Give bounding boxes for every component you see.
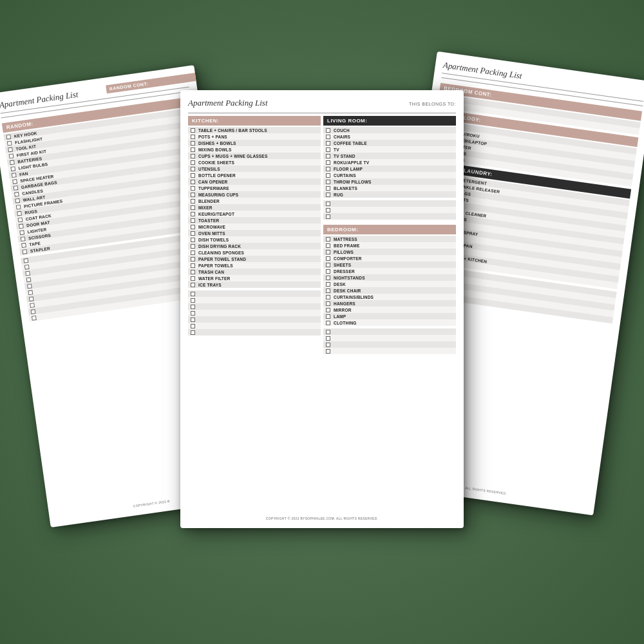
list-item: DESK bbox=[323, 281, 456, 287]
bedroom-empty bbox=[323, 328, 456, 354]
bedroom-list: MATTRESS BED FRAME PILLOWS COMFORTER SHE… bbox=[323, 236, 456, 326]
list-item: NIGHTSTANDS bbox=[323, 274, 456, 281]
list-item: MEASURING CUPS bbox=[188, 191, 321, 198]
list-item: COFFEE TABLE bbox=[323, 140, 456, 146]
living-room-empty bbox=[323, 200, 456, 220]
list-item bbox=[188, 316, 321, 323]
list-item bbox=[323, 335, 456, 341]
list-item: RUG bbox=[323, 191, 456, 198]
list-item: BLANKETS bbox=[323, 185, 456, 191]
list-item bbox=[188, 290, 321, 297]
list-item: CUPS + MUGS + WINE GLASSES bbox=[188, 153, 321, 159]
list-item: COMFORTER bbox=[323, 255, 456, 261]
list-item: MIXING BOWLS bbox=[188, 146, 321, 153]
list-item: TOASTER bbox=[188, 217, 321, 223]
list-item: CURTAINS bbox=[323, 172, 456, 178]
living-room-list: COUCH CHAIRS COFFEE TABLE TV TV STAND RO… bbox=[323, 127, 456, 198]
bedroom-header: BEDROOM: bbox=[323, 225, 456, 234]
list-item: HANGERS bbox=[323, 300, 456, 307]
center-card-title: Apartment Packing List bbox=[188, 98, 268, 108]
living-room-header: LIVING ROOM: bbox=[323, 116, 456, 126]
list-item: ROKU/APPLE TV bbox=[323, 159, 456, 166]
list-item: BOTTLE OPENER bbox=[188, 172, 321, 178]
list-item bbox=[188, 323, 321, 329]
list-item: TRASH CAN bbox=[188, 269, 321, 275]
list-item: COUCH bbox=[323, 127, 456, 133]
list-item: OVEN MITTS bbox=[188, 230, 321, 236]
list-item: CLEANING SPONGES bbox=[188, 249, 321, 256]
list-item: SHEETS bbox=[323, 261, 456, 268]
list-item: CLOTHING bbox=[323, 319, 456, 326]
kitchen-header: KITCHEN: bbox=[188, 116, 321, 126]
list-item: UTENSILS bbox=[188, 166, 321, 172]
list-item: MIXER bbox=[188, 204, 321, 211]
list-item: CHAIRS bbox=[323, 133, 456, 140]
list-item bbox=[188, 329, 321, 336]
list-item: DRESSER bbox=[323, 268, 456, 274]
list-item: TV bbox=[323, 146, 456, 153]
belongs-to-label: THIS BELONGS TO: bbox=[409, 102, 456, 106]
list-item: CAN OPENER bbox=[188, 178, 321, 185]
list-item: TABLE + CHAIRS / BAR STOOLS bbox=[188, 127, 321, 133]
list-item: POTS + PANS bbox=[188, 133, 321, 140]
list-item bbox=[323, 348, 456, 354]
list-item: PAPER TOWEL STAND bbox=[188, 256, 321, 262]
list-item: TUPPERWARE bbox=[188, 185, 321, 191]
list-item: DISHES + BOWLS bbox=[188, 140, 321, 146]
list-item: KEURIG/TEAPOT bbox=[188, 211, 321, 217]
list-item bbox=[323, 328, 456, 335]
list-item bbox=[188, 310, 321, 316]
list-item bbox=[323, 341, 456, 348]
list-item bbox=[323, 200, 456, 207]
list-item bbox=[323, 207, 456, 213]
list-item bbox=[323, 213, 456, 220]
kitchen-list: TABLE + CHAIRS / BAR STOOLS POTS + PANS … bbox=[188, 127, 321, 288]
left-random-list: KEY HOOK FLASHLIGHT TOOL KIT FIRST AID K… bbox=[3, 108, 209, 255]
center-card: Apartment Packing List THIS BELONGS TO: … bbox=[180, 90, 464, 528]
list-item: THROW PILLOWS bbox=[323, 178, 456, 185]
list-item: LAMP bbox=[323, 313, 456, 319]
list-item: FLOOR LAMP bbox=[323, 166, 456, 172]
list-item: DISH DRYING RACK bbox=[188, 243, 321, 249]
list-item: BED FRAME bbox=[323, 242, 456, 249]
kitchen-empty bbox=[188, 290, 321, 336]
list-item: CURTAINS/BLINDS bbox=[323, 294, 456, 300]
list-item: DESK CHAIR bbox=[323, 287, 456, 294]
list-item bbox=[188, 297, 321, 303]
list-item: DISH TOWELS bbox=[188, 236, 321, 243]
list-item: BLENDER bbox=[188, 198, 321, 204]
center-copyright: COPYRIGHT © 2022 BYSOPHIALEE.COM. ALL RI… bbox=[188, 514, 456, 520]
list-item: MICROWAVE bbox=[188, 223, 321, 230]
list-item: ICE TRAYS bbox=[188, 281, 321, 288]
list-item: TV STAND bbox=[323, 153, 456, 159]
list-item: WATER FILTER bbox=[188, 275, 321, 281]
list-item: PAPER TOWELS bbox=[188, 262, 321, 269]
list-item: MIRROR bbox=[323, 307, 456, 313]
list-item: COOKIE SHEETS bbox=[188, 159, 321, 166]
list-item bbox=[188, 303, 321, 310]
list-item: PILLOWS bbox=[323, 249, 456, 255]
list-item: MATTRESS bbox=[323, 236, 456, 242]
